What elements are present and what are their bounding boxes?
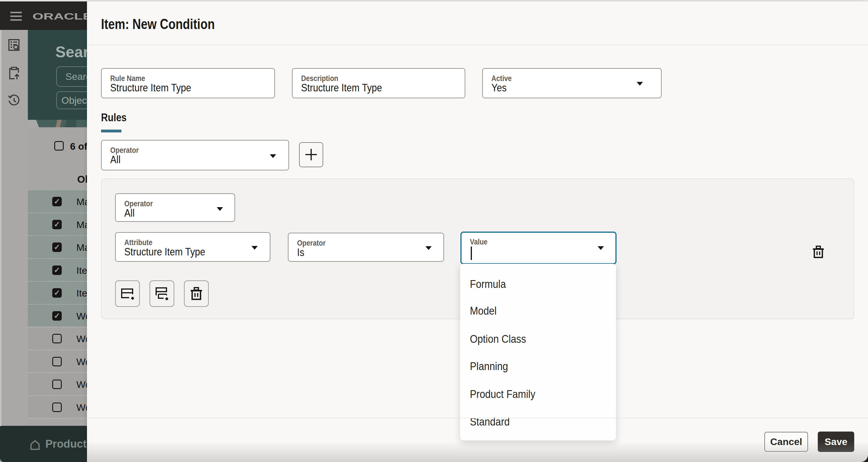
svg-text:ORACLE: ORACLE xyxy=(32,12,87,21)
